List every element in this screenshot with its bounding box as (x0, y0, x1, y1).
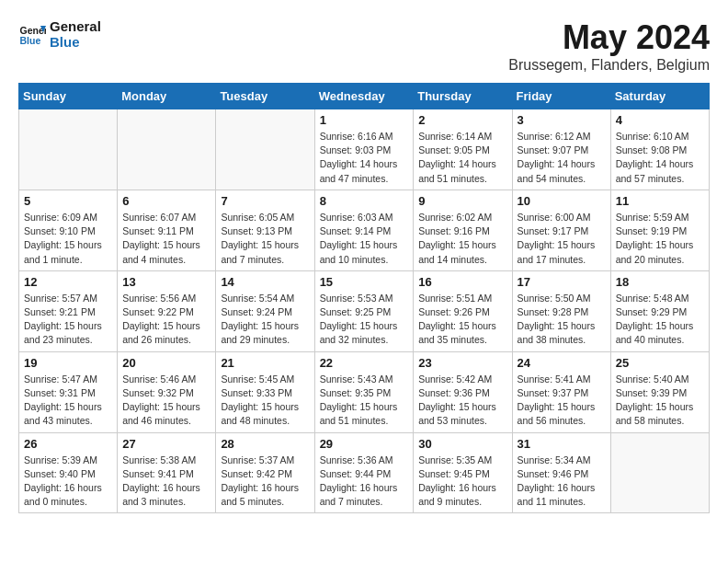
calendar-week-row: 19Sunrise: 5:47 AMSunset: 9:31 PMDayligh… (19, 351, 710, 432)
day-info: Sunrise: 6:14 AMSunset: 9:05 PMDaylight:… (418, 130, 506, 186)
svg-text:Blue: Blue (20, 35, 41, 46)
day-number: 20 (122, 356, 210, 370)
day-info: Sunrise: 5:40 AMSunset: 9:39 PMDaylight:… (616, 373, 704, 429)
calendar-cell (118, 109, 216, 190)
location: Brussegem, Flanders, Belgium (508, 57, 710, 74)
calendar-cell: 22Sunrise: 5:43 AMSunset: 9:35 PMDayligh… (314, 351, 414, 432)
day-number: 31 (518, 437, 606, 451)
day-info: Sunrise: 5:35 AMSunset: 9:45 PMDaylight:… (418, 454, 506, 510)
calendar-cell: 6Sunrise: 6:07 AMSunset: 9:11 PMDaylight… (118, 190, 216, 270)
weekday-header: Friday (512, 84, 610, 109)
calendar-cell: 24Sunrise: 5:41 AMSunset: 9:37 PMDayligh… (512, 351, 610, 432)
calendar-cell: 5Sunrise: 6:09 AMSunset: 9:10 PMDaylight… (19, 190, 118, 270)
calendar-cell: 4Sunrise: 6:10 AMSunset: 9:08 PMDaylight… (610, 109, 709, 190)
day-info: Sunrise: 5:53 AMSunset: 9:25 PMDaylight:… (320, 292, 409, 348)
calendar-cell: 26Sunrise: 5:39 AMSunset: 9:40 PMDayligh… (19, 432, 118, 513)
day-number: 14 (221, 275, 309, 289)
day-info: Sunrise: 5:51 AMSunset: 9:26 PMDaylight:… (418, 292, 506, 348)
weekday-header: Monday (118, 84, 216, 109)
calendar-cell: 15Sunrise: 5:53 AMSunset: 9:25 PMDayligh… (314, 270, 414, 351)
calendar-cell: 10Sunrise: 6:00 AMSunset: 9:17 PMDayligh… (512, 190, 610, 270)
day-number: 3 (518, 113, 606, 127)
day-info: Sunrise: 6:16 AMSunset: 9:03 PMDaylight:… (320, 130, 409, 186)
day-number: 15 (320, 275, 409, 289)
calendar-cell: 28Sunrise: 5:37 AMSunset: 9:42 PMDayligh… (216, 432, 314, 513)
calendar-cell: 16Sunrise: 5:51 AMSunset: 9:26 PMDayligh… (414, 270, 512, 351)
day-number: 8 (320, 194, 409, 208)
day-number: 24 (518, 356, 606, 370)
calendar-cell: 20Sunrise: 5:46 AMSunset: 9:32 PMDayligh… (118, 351, 216, 432)
weekday-header: Sunday (19, 84, 118, 109)
calendar-week-row: 1Sunrise: 6:16 AMSunset: 9:03 PMDaylight… (19, 109, 710, 190)
day-number: 23 (418, 356, 506, 370)
day-info: Sunrise: 5:46 AMSunset: 9:32 PMDaylight:… (122, 373, 210, 429)
day-info: Sunrise: 6:07 AMSunset: 9:11 PMDaylight:… (122, 211, 210, 267)
day-number: 27 (122, 437, 210, 451)
day-info: Sunrise: 5:59 AMSunset: 9:19 PMDaylight:… (616, 211, 704, 267)
calendar-cell: 12Sunrise: 5:57 AMSunset: 9:21 PMDayligh… (19, 270, 118, 351)
calendar-cell: 25Sunrise: 5:40 AMSunset: 9:39 PMDayligh… (610, 351, 709, 432)
day-number: 10 (518, 194, 606, 208)
calendar-cell: 27Sunrise: 5:38 AMSunset: 9:41 PMDayligh… (118, 432, 216, 513)
day-number: 13 (122, 275, 210, 289)
calendar-cell: 2Sunrise: 6:14 AMSunset: 9:05 PMDaylight… (414, 109, 512, 190)
logo: General Blue General Blue (18, 18, 101, 50)
calendar-cell (216, 109, 314, 190)
calendar: SundayMondayTuesdayWednesdayThursdayFrid… (18, 83, 710, 513)
calendar-header-row: SundayMondayTuesdayWednesdayThursdayFrid… (19, 84, 710, 109)
day-number: 5 (24, 194, 112, 208)
day-info: Sunrise: 5:48 AMSunset: 9:29 PMDaylight:… (616, 292, 704, 348)
day-number: 28 (221, 437, 309, 451)
weekday-header: Tuesday (216, 84, 314, 109)
day-info: Sunrise: 5:45 AMSunset: 9:33 PMDaylight:… (221, 373, 309, 429)
calendar-cell: 19Sunrise: 5:47 AMSunset: 9:31 PMDayligh… (19, 351, 118, 432)
calendar-week-row: 12Sunrise: 5:57 AMSunset: 9:21 PMDayligh… (19, 270, 710, 351)
day-info: Sunrise: 5:56 AMSunset: 9:22 PMDaylight:… (122, 292, 210, 348)
day-info: Sunrise: 6:02 AMSunset: 9:16 PMDaylight:… (418, 211, 506, 267)
day-info: Sunrise: 5:36 AMSunset: 9:44 PMDaylight:… (320, 454, 409, 510)
page-header: General Blue General Blue May 2024 Bruss… (18, 18, 710, 74)
day-info: Sunrise: 6:09 AMSunset: 9:10 PMDaylight:… (24, 211, 112, 267)
day-info: Sunrise: 5:47 AMSunset: 9:31 PMDaylight:… (24, 373, 112, 429)
day-info: Sunrise: 6:12 AMSunset: 9:07 PMDaylight:… (518, 130, 606, 186)
weekday-header: Saturday (610, 84, 709, 109)
day-number: 4 (616, 113, 704, 127)
calendar-cell: 8Sunrise: 6:03 AMSunset: 9:14 PMDaylight… (314, 190, 414, 270)
day-number: 26 (24, 437, 112, 451)
calendar-cell: 17Sunrise: 5:50 AMSunset: 9:28 PMDayligh… (512, 270, 610, 351)
day-number: 19 (24, 356, 112, 370)
day-number: 2 (418, 113, 506, 127)
day-info: Sunrise: 6:03 AMSunset: 9:14 PMDaylight:… (320, 211, 409, 267)
calendar-cell: 13Sunrise: 5:56 AMSunset: 9:22 PMDayligh… (118, 270, 216, 351)
day-info: Sunrise: 5:39 AMSunset: 9:40 PMDaylight:… (24, 454, 112, 510)
calendar-cell: 23Sunrise: 5:42 AMSunset: 9:36 PMDayligh… (414, 351, 512, 432)
calendar-cell: 1Sunrise: 6:16 AMSunset: 9:03 PMDaylight… (314, 109, 414, 190)
weekday-header: Wednesday (314, 84, 414, 109)
day-info: Sunrise: 5:34 AMSunset: 9:46 PMDaylight:… (518, 454, 606, 510)
day-info: Sunrise: 5:38 AMSunset: 9:41 PMDaylight:… (122, 454, 210, 510)
day-info: Sunrise: 6:10 AMSunset: 9:08 PMDaylight:… (616, 130, 704, 186)
logo-line1: General (50, 18, 101, 34)
day-number: 18 (616, 275, 704, 289)
day-number: 12 (24, 275, 112, 289)
day-number: 22 (320, 356, 409, 370)
calendar-cell: 11Sunrise: 5:59 AMSunset: 9:19 PMDayligh… (610, 190, 709, 270)
day-info: Sunrise: 5:57 AMSunset: 9:21 PMDaylight:… (24, 292, 112, 348)
calendar-cell: 18Sunrise: 5:48 AMSunset: 9:29 PMDayligh… (610, 270, 709, 351)
calendar-week-row: 26Sunrise: 5:39 AMSunset: 9:40 PMDayligh… (19, 432, 710, 513)
day-number: 1 (320, 113, 409, 127)
title-block: May 2024 Brussegem, Flanders, Belgium (508, 18, 710, 74)
day-number: 11 (616, 194, 704, 208)
calendar-cell: 7Sunrise: 6:05 AMSunset: 9:13 PMDaylight… (216, 190, 314, 270)
calendar-cell: 14Sunrise: 5:54 AMSunset: 9:24 PMDayligh… (216, 270, 314, 351)
calendar-cell: 21Sunrise: 5:45 AMSunset: 9:33 PMDayligh… (216, 351, 314, 432)
day-info: Sunrise: 5:54 AMSunset: 9:24 PMDaylight:… (221, 292, 309, 348)
calendar-cell: 9Sunrise: 6:02 AMSunset: 9:16 PMDaylight… (414, 190, 512, 270)
calendar-cell: 29Sunrise: 5:36 AMSunset: 9:44 PMDayligh… (314, 432, 414, 513)
day-number: 25 (616, 356, 704, 370)
day-number: 29 (320, 437, 409, 451)
month-title: May 2024 (508, 18, 710, 57)
day-number: 17 (518, 275, 606, 289)
day-info: Sunrise: 5:50 AMSunset: 9:28 PMDaylight:… (518, 292, 606, 348)
day-info: Sunrise: 5:41 AMSunset: 9:37 PMDaylight:… (518, 373, 606, 429)
